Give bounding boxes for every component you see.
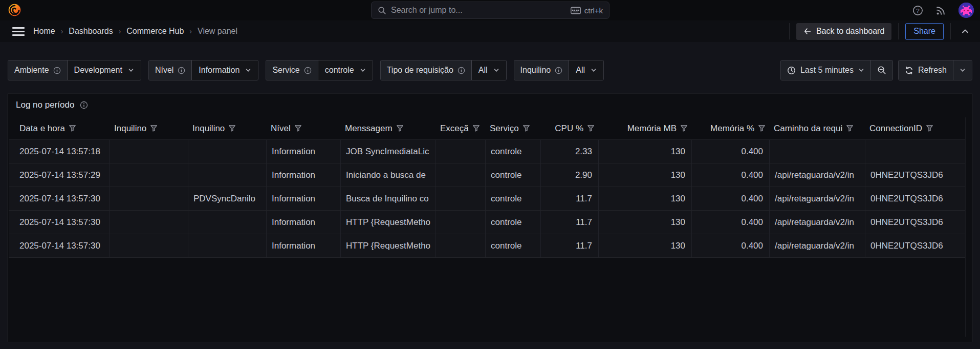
column-header[interactable]: Memória % [692, 117, 770, 139]
column-header[interactable]: Menssagem [341, 117, 436, 139]
table-cell: 0.400 [692, 163, 770, 187]
column-header[interactable]: Inquilino [110, 117, 188, 139]
filter-funnel-icon[interactable] [69, 125, 76, 132]
filter-value-dropdown[interactable]: All [472, 60, 506, 80]
info-icon[interactable] [178, 67, 185, 74]
table-cell: controle [486, 140, 541, 163]
table-cell: 0HNE2UTQS3JD6 [865, 211, 965, 234]
header-actions: Back to dashboard Share [789, 23, 973, 40]
arrow-left-icon [803, 27, 812, 35]
refresh-label: Refresh [918, 66, 947, 75]
search-input[interactable]: Search or jump to... ctrl+k [371, 2, 609, 19]
chevron-down-icon [360, 67, 366, 73]
filter-funnel-icon[interactable] [294, 125, 302, 132]
column-header[interactable]: CPU % [541, 117, 599, 139]
filter-funnel-icon[interactable] [758, 125, 766, 132]
column-header[interactable]: Caminho da requi [770, 117, 865, 139]
grafana-logo-icon[interactable] [7, 3, 22, 17]
filter-pill-service: Servicecontrole [266, 60, 373, 80]
search-icon [378, 6, 386, 15]
keyboard-icon [571, 7, 581, 14]
refresh-interval-dropdown[interactable] [953, 60, 972, 80]
filter-label: Tipo de requisição [381, 60, 472, 80]
filter-value-dropdown[interactable]: All [569, 60, 603, 80]
time-range-picker[interactable]: Last 5 minutes [781, 60, 870, 80]
collapse-header-button[interactable] [957, 24, 973, 39]
share-button[interactable]: Share [905, 23, 944, 40]
filter-funnel-icon[interactable] [522, 125, 530, 132]
table-cell [770, 140, 865, 163]
chevron-down-icon [128, 67, 134, 73]
table-scrollbar-track[interactable] [965, 117, 966, 337]
table-cell: HTTP {RequestMetho [341, 211, 436, 234]
filter-funnel-icon[interactable] [228, 125, 236, 132]
table-cell: 130 [599, 140, 692, 163]
filter-value-dropdown[interactable]: controle [318, 60, 373, 80]
table-row: 2025-07-14 13:57:30PDVSyncDaniloInformat… [9, 187, 965, 211]
filter-funnel-icon[interactable] [926, 125, 933, 132]
table-row: 2025-07-14 13:57:30InformationHTTP {Requ… [9, 234, 965, 258]
help-icon[interactable]: ? [912, 5, 923, 16]
column-header[interactable]: Memória MB [599, 117, 692, 139]
table-cell: PDVSyncDanilo [188, 187, 267, 210]
column-header[interactable]: ConnectionID [865, 117, 965, 139]
table-cell [436, 140, 486, 163]
time-picker-group: Last 5 minutes [780, 60, 893, 80]
table-cell: /api/retaguarda/v2/in [770, 211, 865, 234]
table-cell [436, 187, 486, 210]
back-to-dashboard-button[interactable]: Back to dashboard [796, 23, 891, 40]
filter-funnel-icon[interactable] [396, 125, 404, 132]
breadcrumb-commerce-hub[interactable]: Commerce Hub [126, 27, 184, 36]
table-cell: 0.400 [692, 140, 770, 163]
info-icon[interactable] [80, 101, 88, 109]
filter-funnel-icon[interactable] [472, 125, 480, 132]
chevron-down-icon [493, 67, 499, 73]
info-icon[interactable] [53, 67, 61, 74]
info-icon[interactable] [304, 67, 312, 74]
table-cell: 130 [599, 187, 692, 210]
template-variables: AmbienteDevelopmentNívelInformationServi… [8, 60, 604, 80]
filter-funnel-icon[interactable] [150, 125, 158, 132]
table-cell [436, 163, 486, 187]
filter-pill-inquilino: InquilinoAll [514, 60, 604, 80]
table-cell: 2025-07-14 13:57:30 [9, 234, 110, 257]
table-cell: 130 [599, 211, 692, 234]
refresh-button[interactable]: Refresh [899, 60, 953, 80]
breadcrumb-bar: Home › Dashboards › Commerce Hub › View … [0, 20, 980, 42]
filter-funnel-icon[interactable] [846, 125, 854, 132]
rss-icon[interactable] [935, 5, 946, 16]
table-cell: 2025-07-14 13:57:18 [9, 140, 110, 163]
column-header[interactable]: Inquilino [188, 117, 267, 139]
table-cell: 0HNE2UTQS3JD6 [865, 234, 965, 257]
menu-icon[interactable] [12, 25, 25, 37]
breadcrumb-separator: › [61, 27, 63, 35]
filter-funnel-icon[interactable] [680, 125, 688, 132]
table-cell: 130 [599, 163, 692, 187]
info-icon[interactable] [555, 67, 562, 74]
breadcrumb-home[interactable]: Home [33, 27, 55, 36]
svg-text:?: ? [916, 7, 919, 13]
user-avatar[interactable] [959, 3, 974, 18]
column-header[interactable]: Exceçã [436, 117, 486, 139]
filter-value-dropdown[interactable]: Information [192, 60, 258, 80]
chevron-down-icon [245, 67, 251, 73]
chevron-down-icon [591, 67, 597, 73]
filter-label: Ambiente [8, 60, 68, 80]
column-header[interactable]: Serviço [486, 117, 541, 139]
filter-pill-ambiente: AmbienteDevelopment [8, 60, 141, 80]
table-cell [110, 163, 188, 187]
column-header[interactable]: Nível [267, 117, 341, 139]
table-cell: 0.400 [692, 234, 770, 257]
zoom-out-time-button[interactable] [870, 60, 892, 80]
filter-funnel-icon[interactable] [587, 125, 595, 132]
breadcrumb-dashboards[interactable]: Dashboards [69, 27, 113, 36]
panel-title[interactable]: Log no período [16, 98, 88, 112]
filter-value-dropdown[interactable]: Development [68, 60, 141, 80]
table-cell: 0.400 [692, 187, 770, 210]
table-cell: /api/retaguarda/v2/in [770, 187, 865, 210]
column-header[interactable]: Data e hora [9, 117, 110, 139]
info-icon[interactable] [458, 67, 465, 74]
chevron-down-icon [858, 67, 864, 73]
table-cell [110, 234, 188, 257]
table-cell [188, 163, 267, 187]
